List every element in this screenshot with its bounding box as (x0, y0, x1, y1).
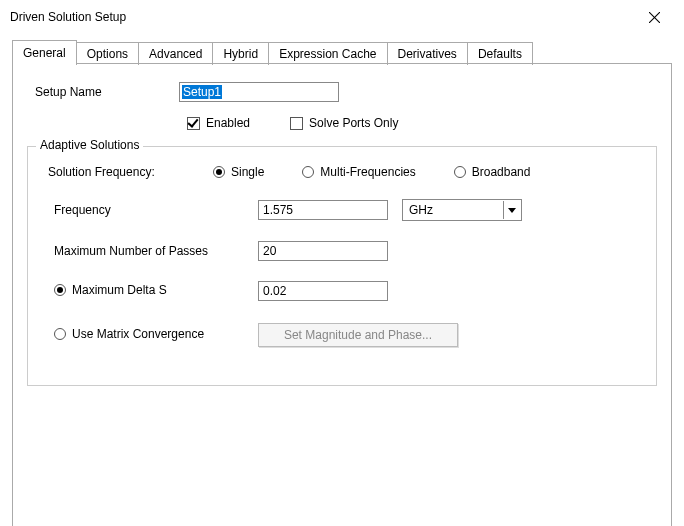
max-delta-input[interactable] (258, 281, 388, 301)
setup-name-label: Setup Name (27, 85, 179, 99)
close-button[interactable] (634, 4, 674, 30)
radio-multi-label: Multi-Frequencies (320, 165, 415, 179)
max-delta-label: Maximum Delta S (72, 283, 167, 297)
set-magnitude-phase-label: Set Magnitude and Phase... (284, 328, 432, 342)
tab-options[interactable]: Options (76, 42, 139, 65)
tab-panel-general: Setup Name Setup1 Enabled Solve Ports On… (12, 63, 672, 526)
radio-icon (54, 328, 66, 340)
radio-multi-frequencies[interactable]: Multi-Frequencies (302, 165, 415, 179)
checkbox-icon (187, 117, 200, 130)
solve-ports-label: Solve Ports Only (309, 116, 398, 130)
radio-use-matrix-convergence[interactable]: Use Matrix Convergence (54, 327, 204, 341)
radio-icon (454, 166, 466, 178)
radio-single-label: Single (231, 165, 264, 179)
frequency-row: Frequency GHz (48, 199, 636, 221)
setup-name-input[interactable]: Setup1 (179, 82, 339, 102)
max-delta-row: Maximum Delta S (48, 281, 636, 301)
setup-name-value: Setup1 (182, 85, 222, 99)
max-passes-row: Maximum Number of Passes (48, 241, 636, 261)
solution-frequency-label: Solution Frequency: (48, 165, 213, 179)
checkbox-icon (290, 117, 303, 130)
chevron-down-icon (503, 201, 519, 219)
radio-icon (54, 284, 66, 296)
set-magnitude-phase-button: Set Magnitude and Phase... (258, 323, 458, 347)
flags-row: Enabled Solve Ports Only (27, 116, 657, 130)
radio-max-delta-s[interactable]: Maximum Delta S (54, 283, 167, 297)
radio-icon (213, 166, 225, 178)
adaptive-solutions-group: Adaptive Solutions Solution Frequency: S… (27, 146, 657, 386)
setup-name-row: Setup Name Setup1 (27, 82, 657, 102)
enabled-label: Enabled (206, 116, 250, 130)
svg-marker-2 (508, 208, 516, 213)
frequency-label: Frequency (48, 203, 258, 217)
tab-hybrid[interactable]: Hybrid (212, 42, 269, 65)
frequency-unit-value: GHz (409, 203, 433, 217)
tab-general[interactable]: General (12, 40, 77, 64)
close-icon (649, 12, 660, 23)
tabs: General Options Advanced Hybrid Expressi… (0, 30, 684, 64)
max-passes-label: Maximum Number of Passes (48, 244, 258, 258)
max-passes-input[interactable] (258, 241, 388, 261)
enabled-checkbox[interactable]: Enabled (187, 116, 250, 130)
tab-derivatives[interactable]: Derivatives (387, 42, 468, 65)
tab-expression-cache[interactable]: Expression Cache (268, 42, 387, 65)
radio-single[interactable]: Single (213, 165, 264, 179)
frequency-unit-select[interactable]: GHz (402, 199, 522, 221)
radio-broadband-label: Broadband (472, 165, 531, 179)
radio-icon (302, 166, 314, 178)
tab-defaults[interactable]: Defaults (467, 42, 533, 65)
radio-broadband[interactable]: Broadband (454, 165, 531, 179)
titlebar: Driven Solution Setup (0, 0, 684, 30)
groupbox-title: Adaptive Solutions (36, 138, 143, 152)
solve-ports-checkbox[interactable]: Solve Ports Only (290, 116, 398, 130)
solution-frequency-row: Solution Frequency: Single Multi-Frequen… (48, 165, 636, 179)
frequency-input[interactable] (258, 200, 388, 220)
solution-frequency-radios: Single Multi-Frequencies Broadband (213, 165, 530, 179)
matrix-convergence-row: Use Matrix Convergence Set Magnitude and… (48, 323, 636, 347)
tab-advanced[interactable]: Advanced (138, 42, 213, 65)
window-title: Driven Solution Setup (10, 10, 126, 24)
matrix-convergence-label: Use Matrix Convergence (72, 327, 204, 341)
